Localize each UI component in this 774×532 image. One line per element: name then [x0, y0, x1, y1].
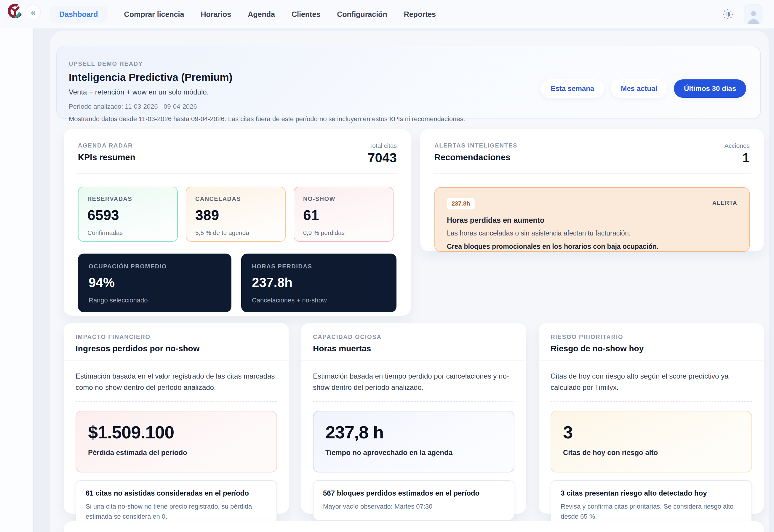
info-caption: Mayor vacío observado: Martes 07:30: [323, 501, 504, 512]
kpis-eyebrow: AGENDA RADAR: [78, 142, 135, 149]
info-caption: Si una cita no-show no tiene precio regi…: [86, 501, 267, 522]
info-title: 61 citas no asistidas consideradas en el…: [86, 489, 267, 497]
blocks-info-box: 567 bloques perdidos estimados en el per…: [313, 480, 515, 520]
nav-item-horarios[interactable]: Horarios: [201, 10, 231, 19]
alert-item[interactable]: 237.8h ALERTA Horas perdidas en aumento …: [435, 187, 750, 252]
stat-label: RESERVADAS: [87, 196, 168, 202]
alerts-eyebrow: ALERTAS INTELIGENTES: [435, 142, 517, 149]
header-note-line: Mostrando datos desde 11-03-2026 hasta 0…: [69, 115, 743, 123]
kpi-ocupacion-promedio: OCUPACIÓN PROMEDIO 94% Rango seleccionad…: [78, 254, 231, 312]
main-panel: UPSELL DEMO READY Inteligencia Predictiv…: [50, 31, 769, 532]
stat-value: 94%: [89, 275, 221, 290]
premium-header-card: UPSELL DEMO READY Inteligencia Predictiv…: [56, 46, 761, 119]
kpi-stat-canceladas: CANCELADAS 389 5,5 % de tu agenda: [186, 187, 286, 242]
range-button-ultimos-30-dias[interactable]: Últimos 30 días: [674, 79, 746, 98]
stat-label: HORAS PERDIDAS: [252, 263, 386, 270]
total-citas-label: Total citas: [368, 142, 397, 149]
nav-item-dashboard[interactable]: Dashboard: [50, 6, 108, 23]
total-citas-value: 7043: [368, 150, 397, 165]
alert-tag: ALERTA: [712, 200, 737, 206]
card-title: Riesgo de no-show hoy: [551, 344, 752, 353]
alert-body: Las horas canceladas o sin asistencia af…: [447, 229, 737, 237]
alerts-title: Recomendaciones: [435, 153, 517, 162]
nav-item-reportes[interactable]: Reportes: [404, 10, 436, 19]
info-caption: Revisa y confirma citas prioritarias. Se…: [561, 501, 742, 522]
highlight-caption: Tiempo no aprovechado en la agenda: [325, 448, 502, 457]
dashed-divider: [76, 401, 277, 402]
risk-highlight-box: 3 Citas de hoy con riesgo alto: [551, 411, 752, 472]
info-title: 3 citas presentan riesgo alto detectado …: [561, 489, 742, 497]
card-divider: [64, 360, 289, 360]
stat-value: 6593: [87, 207, 168, 223]
topbar-right: [722, 0, 763, 28]
nav-item-configuracion[interactable]: Configuración: [337, 10, 387, 19]
stat-caption: 0,9 % perdidas: [303, 229, 384, 236]
recommendations-card: ALERTAS INTELIGENTES Recomendaciones Acc…: [420, 129, 764, 251]
stat-label: OCUPACIÓN PROMEDIO: [89, 263, 221, 270]
acciones-label: Acciones: [725, 142, 750, 149]
card-description: Estimación basada en tiempo perdido por …: [313, 371, 515, 393]
kpi-horas-perdidas: HORAS PERDIDAS 237.8h Cancelaciones + no…: [241, 254, 397, 312]
kpi-stat-no-show: NO-SHOW 61 0,9 % perdidas: [294, 187, 394, 242]
card-title: Ingresos perdidos por no-show: [76, 344, 277, 353]
dashed-divider: [313, 401, 515, 402]
kpis-card-header: AGENDA RADAR KPIs resumen Total citas 70…: [78, 142, 397, 165]
highlight-value: $1.509.100: [88, 422, 265, 443]
chevron-left-double-icon: «: [31, 7, 36, 17]
card-divider: [301, 360, 526, 360]
idle-capacity-card: CAPACIDAD OCIOSA Horas muertas Estimació…: [301, 323, 526, 514]
nav-item-clientes[interactable]: Clientes: [291, 10, 320, 19]
alert-title: Horas perdidas en aumento: [447, 216, 737, 225]
person-icon: [746, 8, 761, 24]
alert-cta-text: Crea bloques promocionales en los horari…: [447, 243, 737, 251]
card-divider: [539, 360, 764, 360]
range-button-esta-semana[interactable]: Esta semana: [541, 79, 604, 98]
nav-item-comprar-licencia[interactable]: Comprar licencia: [124, 10, 184, 19]
acciones-value: 1: [725, 150, 750, 165]
card-eyebrow: RIESGO PRIORITARIO: [551, 334, 752, 340]
loss-highlight-box: $1.509.100 Pérdida estimada del período: [76, 411, 277, 472]
stat-value: 61: [303, 207, 384, 223]
highlight-value: 3: [563, 422, 740, 443]
main-nav: Dashboard Comprar licencia Horarios Agen…: [50, 0, 436, 28]
timilyx-logo-icon: [8, 4, 23, 18]
nav-item-agenda[interactable]: Agenda: [248, 10, 275, 19]
icon-sidebar: [0, 0, 34, 532]
theme-toggle-icon[interactable]: [722, 8, 734, 20]
stat-caption: 5,5 % de tu agenda: [195, 229, 276, 236]
kpis-summary-card: AGENDA RADAR KPIs resumen Total citas 70…: [64, 129, 411, 316]
stat-caption: Confirmadas: [87, 229, 168, 236]
card-eyebrow: CAPACIDAD OCIOSA: [313, 334, 515, 340]
stat-label: CANCELADAS: [195, 196, 276, 202]
header-eyebrow: UPSELL DEMO READY: [69, 60, 743, 67]
recommended-action-card: ACCIÓN RECOMENDADA Crea bloques promocio…: [64, 521, 764, 532]
range-button-mes-actual[interactable]: Mes actual: [611, 79, 667, 98]
highlight-value: 237,8 h: [325, 422, 502, 443]
kpis-title: KPIs resumen: [78, 153, 135, 162]
stat-value: 237.8h: [252, 275, 386, 290]
stat-label: NO-SHOW: [303, 196, 384, 202]
range-button-group: Esta semana Mes actual Últimos 30 días: [541, 79, 746, 98]
stat-value: 389: [195, 207, 276, 223]
recommendations-header: ALERTAS INTELIGENTES Recomendaciones Acc…: [435, 142, 750, 165]
no-show-risk-card: RIESGO PRIORITARIO Riesgo de no-show hoy…: [539, 323, 764, 514]
dashed-divider: [551, 401, 752, 402]
user-avatar[interactable]: [744, 4, 763, 24]
alerts-divider: [433, 173, 751, 174]
header-period-line: Período analizado: 11-03-2026 - 09-04-20…: [69, 103, 743, 110]
kpis-divider: [76, 173, 399, 174]
kpi-stat-reservadas: RESERVADAS 6593 Confirmadas: [78, 187, 178, 242]
card-description: Estimación basada en el valor registrado…: [76, 371, 277, 393]
financial-impact-card: IMPACTO FINANCIERO Ingresos perdidos por…: [64, 323, 289, 514]
sidebar-collapse-button[interactable]: «: [25, 5, 41, 20]
kpi-stat-row: RESERVADAS 6593 Confirmadas CANCELADAS 3…: [78, 187, 397, 242]
highlight-caption: Citas de hoy con riesgo alto: [563, 448, 740, 457]
info-title: 567 bloques perdidos estimados en el per…: [323, 489, 504, 497]
kpi-dark-row: OCUPACIÓN PROMEDIO 94% Rango seleccionad…: [78, 254, 397, 312]
highlight-caption: Pérdida estimada del período: [88, 448, 265, 457]
card-title: Horas muertas: [313, 344, 515, 353]
alert-hours-badge: 237.8h: [447, 198, 475, 209]
card-eyebrow: IMPACTO FINANCIERO: [76, 334, 277, 340]
stat-caption: Cancelaciones + no-show: [252, 297, 386, 304]
stat-caption: Rango seleccionado: [89, 297, 221, 304]
